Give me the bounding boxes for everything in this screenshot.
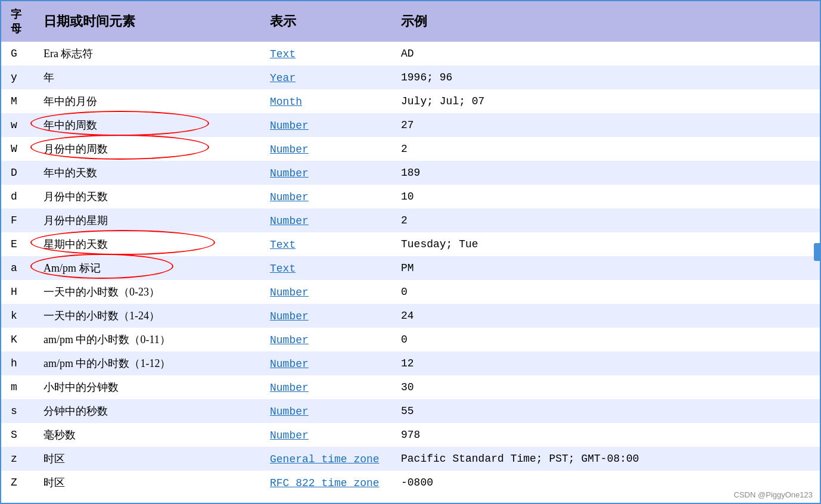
type-link[interactable]: Number [270, 167, 309, 179]
cell-type[interactable]: Number [260, 304, 391, 328]
type-link[interactable]: Number [270, 287, 309, 298]
cell-type[interactable]: Number [260, 328, 391, 351]
cell-type[interactable]: Text [260, 42, 391, 66]
cell-type[interactable]: Number [260, 161, 391, 185]
table-row: Z时区RFC 822 time zone-0800 [1, 471, 820, 494]
cell-letter: w [1, 113, 34, 137]
cell-example: 12 [391, 351, 820, 375]
cell-type[interactable]: Number [260, 399, 391, 423]
cell-example: 10 [391, 185, 820, 209]
cell-desc: am/pm 中的小时数（1-12） [34, 351, 260, 375]
table-row: D年中的天数Number189 [1, 161, 820, 185]
table-row: H一天中的小时数（0-23）Number0 [1, 280, 820, 304]
type-link[interactable]: Number [270, 144, 309, 155]
table-row: k一天中的小时数（1-24）Number24 [1, 304, 820, 328]
cell-desc: 一天中的小时数（0-23） [34, 280, 260, 304]
cell-type[interactable]: Number [260, 185, 391, 209]
table-header-row: 字母 日期或时间元素 表示 示例 [1, 1, 820, 42]
type-link[interactable]: Text [270, 48, 296, 60]
cell-desc: 年中的周数 [34, 113, 260, 137]
cell-desc: 毫秒数 [34, 423, 260, 447]
cell-letter: G [1, 42, 34, 66]
cell-desc: 月份中的星期 [34, 209, 260, 232]
table-row: d月份中的天数Number10 [1, 185, 820, 209]
cell-example: 2 [391, 137, 820, 161]
table-row: ham/pm 中的小时数（1-12）Number12 [1, 351, 820, 375]
cell-type[interactable]: General time zone [260, 447, 391, 471]
cell-type[interactable]: Number [260, 375, 391, 399]
cell-letter: z [1, 447, 34, 471]
main-container: 字母 日期或时间元素 表示 示例 GEra 标志符TextADy年Year199… [0, 0, 821, 504]
cell-letter: S [1, 423, 34, 447]
cell-type[interactable]: Number [260, 351, 391, 375]
watermark-text: CSDN @PiggyOne123 [734, 490, 813, 499]
cell-example: 189 [391, 161, 820, 185]
table-row: z时区General time zonePacific Standard Tim… [1, 447, 820, 471]
type-link[interactable]: Number [270, 406, 309, 418]
type-link[interactable]: Number [270, 120, 309, 132]
cell-letter: s [1, 399, 34, 423]
cell-example: 0 [391, 280, 820, 304]
type-link[interactable]: Text [270, 263, 296, 275]
cell-desc: Am/pm 标记 [34, 256, 260, 280]
cell-letter: y [1, 66, 34, 89]
cell-type[interactable]: Year [260, 66, 391, 89]
table-row: GEra 标志符TextAD [1, 42, 820, 66]
cell-letter: H [1, 280, 34, 304]
cell-letter: k [1, 304, 34, 328]
cell-example: 978 [391, 423, 820, 447]
cell-letter: M [1, 89, 34, 113]
type-link[interactable]: Number [270, 358, 309, 370]
cell-desc: Era 标志符 [34, 42, 260, 66]
type-link[interactable]: Number [270, 310, 309, 322]
cell-type[interactable]: Number [260, 113, 391, 137]
header-desc: 日期或时间元素 [34, 1, 260, 42]
type-link[interactable]: RFC 822 time zone [270, 477, 380, 489]
cell-desc: 年 [34, 66, 260, 89]
type-link[interactable]: Text [270, 239, 296, 251]
cell-type[interactable]: Number [260, 209, 391, 232]
cell-type[interactable]: Text [260, 232, 391, 256]
table-row: M年中的月份MonthJuly; Jul; 07 [1, 89, 820, 113]
cell-type[interactable]: Number [260, 280, 391, 304]
cell-type[interactable]: RFC 822 time zone [260, 471, 391, 494]
table-row: F月份中的星期Number2 [1, 209, 820, 232]
cell-type[interactable]: Number [260, 137, 391, 161]
cell-type[interactable]: Number [260, 423, 391, 447]
cell-letter: E [1, 232, 34, 256]
cell-example: PM [391, 256, 820, 280]
cell-example: 24 [391, 304, 820, 328]
cell-desc: 月份中的周数 [34, 137, 260, 161]
cell-desc: 年中的天数 [34, 161, 260, 185]
cell-letter: D [1, 161, 34, 185]
cell-letter: F [1, 209, 34, 232]
cell-letter: K [1, 328, 34, 351]
table-row: y年Year1996; 96 [1, 66, 820, 89]
cell-letter: Z [1, 471, 34, 494]
cell-example: July; Jul; 07 [391, 89, 820, 113]
cell-letter: m [1, 375, 34, 399]
type-link[interactable]: Number [270, 334, 309, 346]
header-letter: 字母 [1, 1, 34, 42]
cell-letter: a [1, 256, 34, 280]
cell-desc: 年中的月份 [34, 89, 260, 113]
cell-example: 0 [391, 328, 820, 351]
type-link[interactable]: Number [270, 430, 309, 441]
type-link[interactable]: Number [270, 382, 309, 394]
cell-desc: am/pm 中的小时数（0-11） [34, 328, 260, 351]
type-link[interactable]: Year [270, 72, 296, 84]
table-row: W月份中的周数Number2 [1, 137, 820, 161]
cell-letter: h [1, 351, 34, 375]
type-link[interactable]: General time zone [270, 453, 380, 465]
cell-desc: 分钟中的秒数 [34, 399, 260, 423]
cell-type[interactable]: Month [260, 89, 391, 113]
type-link[interactable]: Month [270, 96, 302, 108]
table-row: S毫秒数Number978 [1, 423, 820, 447]
table-row: E星期中的天数TextTuesday; Tue [1, 232, 820, 256]
cell-example: 2 [391, 209, 820, 232]
cell-type[interactable]: Text [260, 256, 391, 280]
cell-desc: 时区 [34, 447, 260, 471]
table-row: w年中的周数Number27 [1, 113, 820, 137]
type-link[interactable]: Number [270, 191, 309, 203]
type-link[interactable]: Number [270, 215, 309, 227]
